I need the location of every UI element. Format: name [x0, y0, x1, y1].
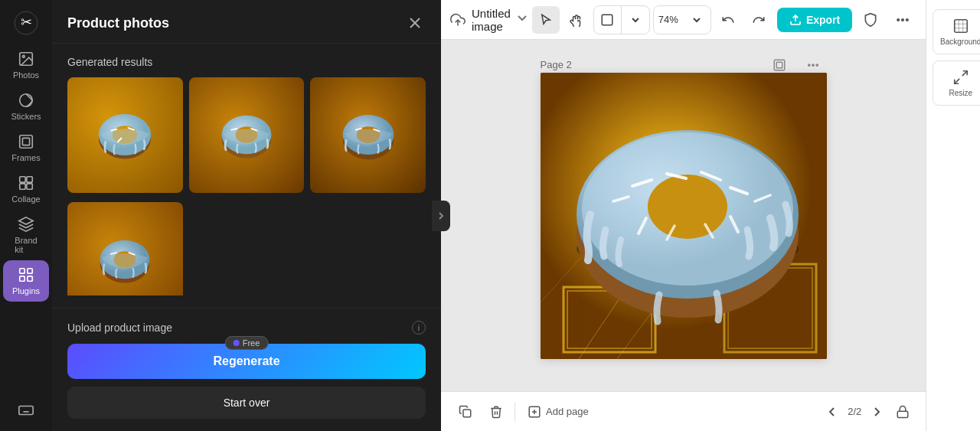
panel-divider — [52, 308, 441, 309]
resize-panel-item[interactable]: Resize — [933, 60, 980, 106]
next-page-button[interactable] — [866, 401, 887, 423]
sidebar-item-plugins[interactable]: Plugins — [3, 260, 49, 302]
generated-image-4[interactable] — [67, 202, 183, 295]
prev-page-button[interactable] — [822, 401, 843, 423]
zoom-chevron-icon — [693, 16, 701, 24]
sidebar-item-stickers-label: Stickers — [11, 112, 41, 121]
total-pages: 2 — [856, 406, 861, 417]
svg-point-52 — [808, 64, 809, 65]
upload-label: Upload product image — [67, 322, 172, 334]
svg-point-54 — [816, 64, 818, 65]
svg-rect-8 — [27, 177, 32, 182]
lock-button[interactable] — [892, 401, 913, 423]
free-badge-dot — [234, 340, 240, 346]
redo-button[interactable] — [745, 6, 773, 34]
zoom-group: 74% — [653, 5, 711, 34]
background-panel-item[interactable]: Background — [933, 9, 980, 54]
sidebar-item-frames[interactable]: Frames — [3, 127, 49, 168]
undo-icon — [721, 13, 735, 27]
app-logo[interactable]: ✂ — [3, 6, 49, 40]
page-frame[interactable] — [541, 73, 827, 359]
background-label: Background — [940, 38, 980, 46]
select-tool-button[interactable] — [532, 6, 560, 34]
svg-rect-7 — [20, 177, 25, 182]
frame-tool-chevron[interactable] — [622, 6, 649, 34]
toolbar-left: Untitled image — [450, 7, 528, 33]
svg-point-47 — [897, 18, 900, 21]
free-badge-label: Free — [243, 338, 260, 348]
svg-rect-13 — [20, 276, 24, 281]
sidebar-item-frames-label: Frames — [11, 153, 40, 162]
toolbar: Untitled image — [441, 0, 926, 40]
sidebar-item-brand-kit[interactable]: Brandkit — [3, 210, 49, 260]
generated-results-label: Generated results — [67, 56, 426, 68]
panel-close-button[interactable] — [404, 12, 426, 34]
start-over-button[interactable]: Start over — [67, 387, 426, 419]
duplicate-page-button[interactable] — [453, 400, 478, 424]
export-icon — [789, 14, 802, 26]
bottom-bar-right: 2/2 — [822, 401, 913, 423]
sidebar-item-stickers[interactable]: Stickers — [3, 86, 49, 127]
hand-icon — [570, 13, 583, 27]
panel: Product photos Generated results — [52, 0, 441, 431]
free-badge: Free — [225, 336, 269, 350]
trash-icon — [489, 405, 503, 419]
svg-rect-51 — [776, 62, 782, 68]
resize-label: Resize — [949, 89, 972, 97]
toolbar-right: Export — [777, 6, 916, 34]
undo-button[interactable] — [714, 6, 742, 34]
info-icon[interactable]: i — [412, 321, 426, 335]
regenerate-wrapper: Free Regenerate — [67, 344, 426, 379]
svg-rect-15 — [19, 407, 33, 415]
svg-point-48 — [902, 18, 904, 21]
svg-point-49 — [906, 18, 909, 21]
collage-icon — [18, 175, 34, 191]
panel-collapse-handle[interactable] — [432, 201, 450, 231]
frame-tool-button[interactable] — [594, 6, 622, 34]
generated-image-1[interactable] — [67, 77, 183, 193]
add-page-button[interactable]: Add page — [521, 402, 595, 422]
export-button[interactable]: Export — [777, 8, 852, 32]
sidebar-item-keyboard[interactable] — [3, 396, 49, 425]
duplicate-icon — [459, 405, 472, 419]
title-chevron-icon[interactable] — [517, 13, 528, 27]
page-label: Page 2 — [541, 59, 572, 70]
sidebar-item-collage-label: Collage — [11, 194, 40, 204]
svg-line-85 — [962, 71, 967, 76]
svg-rect-12 — [28, 269, 32, 273]
frame-tool-icon — [600, 13, 614, 27]
generated-image-2[interactable] — [189, 77, 305, 193]
add-page-label: Add page — [546, 406, 589, 417]
zoom-chevron-button[interactable] — [683, 6, 710, 34]
zoom-value: 74% — [654, 14, 683, 25]
document-title: Untitled image — [472, 7, 511, 33]
resize-panel-icon — [952, 69, 969, 86]
bottom-bar-left: Add page — [453, 400, 595, 424]
thumbnail-icon — [773, 58, 786, 72]
svg-rect-14 — [28, 276, 32, 281]
generated-image-3[interactable] — [310, 77, 426, 193]
sidebar-item-brand-kit-label: Brandkit — [15, 236, 37, 254]
cursor-icon — [539, 13, 553, 27]
svg-point-3 — [22, 55, 24, 57]
photo-icon — [18, 51, 34, 67]
right-panel: Background Resize — [926, 0, 980, 431]
panel-title: Product photos — [67, 15, 169, 31]
more-options-button[interactable] — [889, 6, 916, 34]
svg-point-53 — [812, 64, 813, 65]
sidebar-item-collage[interactable]: Collage — [3, 168, 49, 210]
canvas-content[interactable]: Page 2 — [441, 40, 926, 391]
export-label: Export — [806, 14, 840, 26]
svg-rect-50 — [774, 60, 785, 70]
shield-button[interactable] — [857, 6, 884, 34]
bottom-bar: Add page 2/2 — [441, 391, 926, 431]
sidebar-item-photos[interactable]: Photos — [3, 44, 49, 86]
page-counter: 2/2 — [848, 406, 861, 417]
shield-icon — [863, 12, 878, 28]
keyboard-icon — [18, 402, 34, 419]
hand-tool-button[interactable] — [563, 6, 590, 34]
delete-page-button[interactable] — [484, 400, 508, 424]
svg-rect-6 — [22, 138, 29, 145]
frame-tool-group — [593, 5, 650, 34]
redo-icon — [752, 13, 766, 27]
